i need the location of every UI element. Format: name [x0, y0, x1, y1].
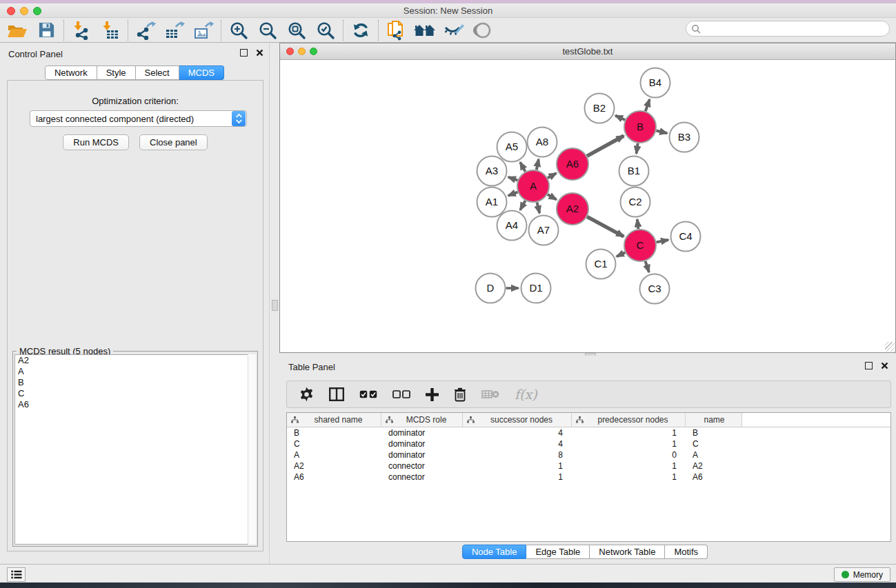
open-file-icon[interactable]: [3, 19, 32, 41]
delete-table-icon[interactable]: [481, 389, 499, 400]
run-mcds-button[interactable]: Run MCDS: [63, 134, 129, 150]
edge-C-C4[interactable]: [657, 240, 668, 242]
node-C3[interactable]: C3: [640, 274, 670, 304]
column-header-MCDS-role[interactable]: MCDS role: [381, 413, 463, 427]
tab-edge-table[interactable]: Edge Table: [526, 545, 590, 559]
zoom-fit-icon[interactable]: [282, 19, 311, 41]
import-network-icon[interactable]: [67, 19, 96, 41]
zoom-in-icon[interactable]: [224, 19, 253, 41]
export-image-icon[interactable]: [189, 19, 218, 41]
add-column-icon[interactable]: [426, 388, 439, 401]
node-A6[interactable]: A6: [557, 148, 588, 180]
node-A3[interactable]: A3: [477, 156, 507, 186]
table-row[interactable]: Cdominator41C: [287, 438, 890, 449]
search-box[interactable]: [686, 21, 890, 37]
table-row[interactable]: Bdominator41B: [287, 427, 890, 438]
edge-C-C3[interactable]: [646, 261, 649, 272]
column-header-shared-name[interactable]: shared name: [287, 413, 381, 427]
tab-mcds[interactable]: MCDS: [179, 65, 224, 80]
edge-B-B4[interactable]: [646, 99, 650, 111]
node-B1[interactable]: B1: [619, 156, 649, 186]
node-C2[interactable]: C2: [621, 187, 650, 217]
node-A2[interactable]: A2: [557, 193, 588, 225]
edge-C-C2[interactable]: [637, 219, 639, 229]
table-settings-icon[interactable]: [299, 387, 314, 402]
node-A1[interactable]: A1: [477, 187, 507, 217]
column-header-name[interactable]: name: [686, 413, 742, 427]
node-B[interactable]: B: [624, 111, 656, 143]
select-all-icon[interactable]: [359, 390, 377, 398]
split-panel-icon[interactable]: [329, 387, 344, 401]
edge-B-B3[interactable]: [656, 130, 667, 133]
import-table-icon[interactable]: [96, 19, 125, 41]
show-graphics-details-icon[interactable]: [468, 19, 497, 41]
edge-B-B2[interactable]: [615, 116, 625, 120]
node-D1[interactable]: D1: [521, 274, 551, 303]
node-B4[interactable]: B4: [641, 68, 670, 98]
node-C1[interactable]: C1: [586, 250, 616, 279]
export-network-icon[interactable]: [131, 19, 160, 41]
new-network-from-selection-icon[interactable]: [381, 19, 410, 41]
task-history-button[interactable]: [7, 567, 26, 582]
edge-A-A6[interactable]: [548, 173, 557, 178]
mcds-result-scrollbar[interactable]: [248, 354, 256, 545]
node-A[interactable]: A: [517, 170, 549, 202]
memory-button[interactable]: Memory: [834, 567, 890, 582]
tab-select[interactable]: Select: [136, 65, 179, 80]
table-row[interactable]: A2connector11A2: [287, 460, 890, 472]
node-C4[interactable]: C4: [671, 222, 701, 252]
node-C[interactable]: C: [624, 230, 656, 261]
column-header-predecessor-nodes[interactable]: predecessor nodes: [572, 413, 686, 427]
window-resize-grip-icon[interactable]: [885, 342, 895, 352]
export-table-icon[interactable]: [160, 19, 189, 41]
tab-node-table[interactable]: Node Table: [462, 545, 527, 559]
result-item[interactable]: A: [15, 366, 255, 377]
edge-A6-B[interactable]: [587, 136, 624, 156]
optimization-criterion-select[interactable]: largest connected component (directed): [30, 110, 247, 127]
tab-network[interactable]: Network: [45, 65, 97, 80]
node-A5[interactable]: A5: [497, 132, 527, 162]
table-close-panel-icon[interactable]: [881, 362, 888, 369]
edge-A-A7[interactable]: [537, 202, 539, 213]
edge-A-A4[interactable]: [520, 201, 525, 210]
mcds-result-list[interactable]: A2ABCA6: [14, 354, 256, 545]
edge-A-A8[interactable]: [537, 159, 539, 170]
edge-A-A1[interactable]: [508, 192, 518, 196]
edge-A-A2[interactable]: [548, 194, 557, 199]
tab-motifs[interactable]: Motifs: [665, 545, 708, 559]
edge-A-A5[interactable]: [520, 162, 525, 172]
deselect-all-icon[interactable]: [392, 390, 410, 398]
column-header-successor-nodes[interactable]: successor nodes: [463, 413, 572, 427]
edge-B-B1[interactable]: [637, 143, 638, 154]
hide-selection-icon[interactable]: [439, 19, 468, 41]
network-window-titlebar[interactable]: testGlobe.txt: [280, 43, 895, 60]
edge-A-A3[interactable]: [508, 177, 518, 181]
network-canvas[interactable]: AA1A2A3A4A5A6A7A8BB1B2B3B4CC1C2C3C4DD1: [281, 60, 895, 352]
tab-network-table[interactable]: Network Table: [590, 545, 665, 559]
result-item[interactable]: A6: [15, 399, 255, 410]
node-D[interactable]: D: [476, 274, 506, 303]
first-neighbors-icon[interactable]: [410, 19, 439, 41]
result-item[interactable]: B: [15, 377, 255, 388]
result-item[interactable]: C: [15, 388, 255, 399]
edge-A2-C[interactable]: [587, 216, 624, 236]
refresh-icon[interactable]: [346, 19, 375, 41]
node-B2[interactable]: B2: [585, 94, 615, 123]
edge-C-C1[interactable]: [617, 252, 625, 256]
search-input[interactable]: [701, 23, 889, 35]
node-A8[interactable]: A8: [528, 128, 557, 157]
tab-style[interactable]: Style: [97, 65, 136, 80]
node-B3[interactable]: B3: [670, 123, 699, 152]
delete-column-icon[interactable]: [454, 387, 466, 402]
zoom-out-icon[interactable]: [253, 19, 282, 41]
table-row[interactable]: A6connector11A6: [287, 472, 890, 483]
function-builder-icon[interactable]: f(x): [515, 387, 537, 402]
result-item[interactable]: A2: [15, 355, 255, 366]
split-collapse-handle[interactable]: [272, 300, 278, 311]
float-panel-icon[interactable]: [240, 49, 248, 57]
close-panel-button[interactable]: Close panel: [139, 134, 208, 150]
close-panel-icon[interactable]: [256, 49, 263, 57]
node-A7[interactable]: A7: [529, 216, 559, 245]
save-session-icon[interactable]: [32, 19, 61, 41]
zoom-selected-icon[interactable]: [311, 19, 340, 41]
